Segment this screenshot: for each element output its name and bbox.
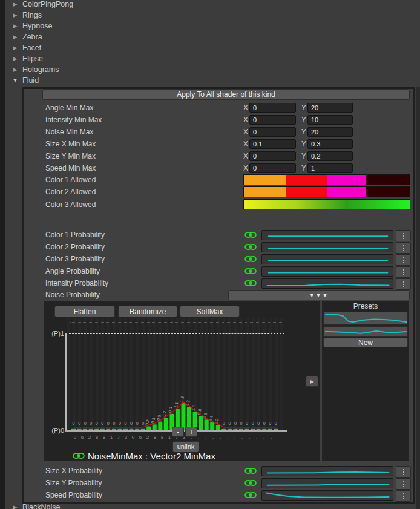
y-value-input[interactable] bbox=[307, 127, 353, 137]
probability-curve-preview[interactable] bbox=[261, 478, 393, 488]
y-value-input[interactable] bbox=[307, 163, 353, 173]
tree-item-colorpingpong[interactable]: ▶ColorPingPong bbox=[12, 0, 73, 10]
probability-curve-preview[interactable] bbox=[261, 490, 393, 501]
x-tick-label: 8 bbox=[96, 435, 99, 440]
link-icon[interactable] bbox=[244, 467, 257, 475]
probability-label: Size Y Probability bbox=[45, 478, 102, 488]
color1-allowed-gradient[interactable] bbox=[243, 174, 410, 185]
minmax-label: Intensity Min Max bbox=[45, 114, 102, 125]
softmax-button[interactable]: SoftMax bbox=[180, 306, 240, 317]
decrease-resolution-button[interactable]: - bbox=[172, 427, 184, 437]
color-segment bbox=[366, 187, 410, 197]
color1-allowed-label: Color 1 Allowed bbox=[45, 174, 96, 185]
link-icon[interactable] bbox=[244, 279, 257, 287]
color2-allowed-gradient[interactable] bbox=[243, 186, 410, 197]
probability-label: Size X Probability bbox=[45, 465, 102, 476]
x-value-input[interactable] bbox=[249, 139, 296, 149]
collapse-curve-editor-button[interactable]: ▼▼▼ bbox=[228, 290, 410, 300]
new-preset-button[interactable]: New bbox=[323, 338, 408, 347]
probability-curve-preview[interactable] bbox=[261, 230, 393, 240]
bar-value-label: 0 bbox=[78, 421, 80, 425]
kebab-icon bbox=[403, 260, 404, 261]
window-left-edge bbox=[0, 0, 5, 509]
tree-item-fluid[interactable]: ▼Fluid bbox=[12, 75, 39, 86]
y-value-input[interactable] bbox=[307, 139, 353, 149]
histogram-bar[interactable] bbox=[158, 422, 162, 430]
probability-curve-preview[interactable] bbox=[261, 278, 393, 289]
tree-item-elipse[interactable]: ▶Elipse bbox=[12, 53, 43, 64]
curve-line bbox=[262, 479, 393, 488]
color-segment bbox=[366, 175, 410, 185]
x-tick-label: . bbox=[227, 435, 228, 440]
curve-options-menu-button[interactable] bbox=[396, 266, 411, 278]
apply-to-all-button[interactable]: Apply To All shader of this kind bbox=[42, 89, 410, 100]
link-icon[interactable] bbox=[244, 231, 257, 239]
y-value-input[interactable] bbox=[307, 103, 353, 113]
x-value-input[interactable] bbox=[249, 127, 296, 137]
x-value-input[interactable] bbox=[249, 103, 296, 113]
presets-title: Presets bbox=[322, 302, 409, 310]
curve-line bbox=[262, 243, 393, 252]
expand-right-arrow-button[interactable]: ▶ bbox=[306, 376, 318, 387]
tree-item-label: Hypnose bbox=[22, 22, 52, 30]
tree-item-facet[interactable]: ▶Facet bbox=[12, 42, 41, 53]
tree-item-label: Facet bbox=[22, 44, 41, 52]
curve-options-menu-button[interactable] bbox=[396, 230, 411, 241]
tree-item-holograms[interactable]: ▶Holograms bbox=[12, 64, 59, 75]
x-value-input[interactable] bbox=[249, 115, 296, 125]
x-value-input[interactable] bbox=[249, 151, 296, 161]
tree-item-label: Fluid bbox=[22, 76, 39, 85]
probability-curve-preview[interactable] bbox=[261, 266, 393, 277]
curve-options-menu-button[interactable] bbox=[396, 254, 411, 266]
bar-value-label: 1.3 bbox=[179, 396, 185, 402]
foldout-collapsed-icon: ▶ bbox=[12, 34, 18, 40]
increase-resolution-button[interactable]: + bbox=[185, 427, 197, 437]
bar-value-label: 0 bbox=[96, 421, 98, 425]
tree-item-label: Elipse bbox=[22, 54, 43, 63]
x-value-input[interactable] bbox=[249, 163, 296, 173]
x-tick-label: 0 bbox=[74, 435, 77, 440]
histogram-bar[interactable] bbox=[153, 424, 157, 430]
foldout-expanded-icon: ▼ bbox=[12, 77, 18, 84]
link-icon[interactable] bbox=[244, 255, 257, 263]
x-field-label: X bbox=[243, 115, 249, 125]
y-value-input[interactable] bbox=[307, 151, 353, 161]
x-field-label: X bbox=[243, 163, 249, 173]
probability-curve-preview[interactable] bbox=[261, 466, 393, 476]
curve-options-menu-button[interactable] bbox=[396, 242, 411, 254]
selected-curve-name: NoiseMinMax : Vector2 MinMax bbox=[88, 451, 215, 461]
curve-options-menu-button[interactable] bbox=[396, 478, 411, 490]
link-icon[interactable] bbox=[244, 267, 257, 275]
x-tick-label: . bbox=[256, 435, 257, 440]
curve-options-menu-button[interactable] bbox=[396, 490, 411, 502]
probability-label: Color 1 Probability bbox=[45, 229, 105, 240]
x-tick-label: 8 bbox=[154, 435, 157, 440]
preset-thumbnail-1[interactable] bbox=[323, 312, 408, 325]
preset-thumbnail-2[interactable] bbox=[323, 326, 408, 337]
tree-item-zebra[interactable]: ▶Zebra bbox=[12, 31, 42, 42]
link-icon[interactable] bbox=[244, 243, 257, 251]
curve-line bbox=[262, 279, 393, 288]
y-value-input[interactable] bbox=[307, 115, 353, 125]
foldout-collapsed-icon: ▶ bbox=[12, 67, 18, 73]
link-icon[interactable] bbox=[244, 479, 257, 487]
panel-right-gutter bbox=[416, 87, 420, 509]
link-icon[interactable] bbox=[244, 491, 257, 499]
x-tick-label: 7 bbox=[117, 435, 120, 440]
bar-value-label: 0 bbox=[119, 421, 121, 425]
probability-curve-preview[interactable] bbox=[261, 254, 393, 264]
tree-item-rings[interactable]: ▶Rings bbox=[12, 10, 42, 21]
curve-line bbox=[324, 327, 407, 336]
curve-options-menu-button[interactable] bbox=[396, 466, 411, 478]
color3-allowed-gradient[interactable] bbox=[243, 199, 410, 209]
probability-curve-preview[interactable] bbox=[261, 242, 393, 252]
curve-options-menu-button[interactable] bbox=[396, 278, 411, 290]
x-field-label: X bbox=[243, 103, 249, 113]
flatten-button[interactable]: Flatten bbox=[54, 306, 115, 317]
tree-item-hypnose[interactable]: ▶Hypnose bbox=[12, 21, 52, 31]
randomize-button[interactable]: Randomize bbox=[118, 306, 177, 317]
link-icon[interactable] bbox=[73, 452, 85, 460]
bar-value-label: 0 bbox=[130, 421, 133, 425]
histogram-bar[interactable] bbox=[216, 425, 220, 430]
histogram-bar[interactable] bbox=[164, 418, 168, 430]
